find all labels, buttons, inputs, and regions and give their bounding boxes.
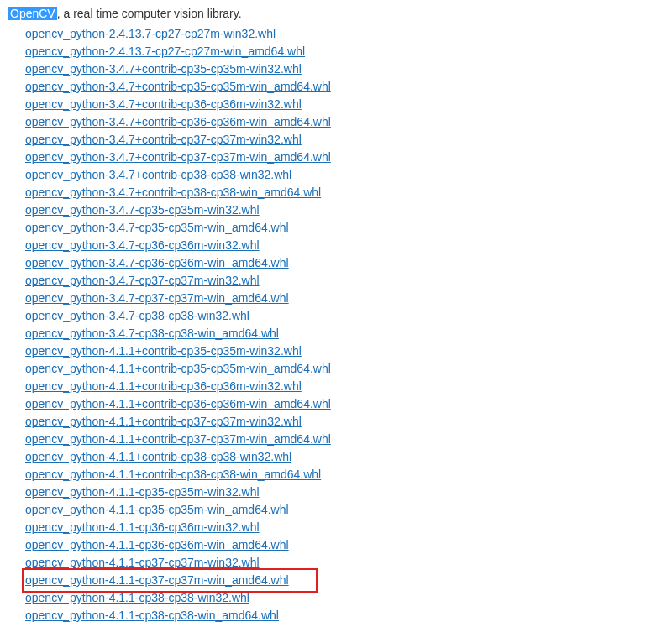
file-link[interactable]: opencv_python-3.4.7-cp38-cp38-win32.whl [25, 307, 249, 325]
file-link[interactable]: opencv_python-3.4.7-cp38-cp38-win_amd64.… [25, 325, 279, 342]
file-link[interactable]: opencv_python-4.1.1+contrib-cp37-cp37m-w… [25, 431, 331, 448]
file-list: opencv_python-2.4.13.7-cp27-cp27m-win32.… [25, 25, 664, 622]
file-link[interactable]: opencv_python-3.4.7+contrib-cp35-cp35m-w… [25, 78, 331, 96]
file-link[interactable]: opencv_python-3.4.7+contrib-cp37-cp37m-w… [25, 131, 302, 149]
file-link[interactable]: opencv_python-4.1.1-cp36-cp36m-win_amd64… [25, 536, 289, 554]
package-header: OpenCV, a real time computer vision libr… [8, 7, 664, 20]
file-link[interactable]: opencv_python-4.1.1-cp35-cp35m-win32.whl [25, 483, 260, 501]
file-link[interactable]: opencv_python-3.4.7+contrib-cp36-cp36m-w… [25, 113, 331, 131]
file-link[interactable]: opencv_python-4.1.1+contrib-cp36-cp36m-w… [25, 378, 302, 395]
file-link[interactable]: opencv_python-4.1.1+contrib-cp37-cp37m-w… [25, 413, 302, 431]
file-link[interactable]: opencv_python-4.1.1+contrib-cp35-cp35m-w… [25, 360, 331, 378]
file-link[interactable]: opencv_python-3.4.7+contrib-cp35-cp35m-w… [25, 60, 302, 78]
package-description: , a real time computer vision library. [57, 7, 242, 20]
file-link[interactable]: opencv_python-3.4.7-cp37-cp37m-win_amd64… [25, 290, 289, 307]
file-link[interactable]: opencv_python-4.1.1-cp37-cp37m-win_amd64… [25, 572, 314, 589]
file-link[interactable]: opencv_python-4.1.1+contrib-cp35-cp35m-w… [25, 342, 302, 360]
file-link[interactable]: opencv_python-4.1.1+contrib-cp38-cp38-wi… [25, 448, 291, 466]
file-link[interactable]: opencv_python-3.4.7-cp36-cp36m-win32.whl [25, 237, 260, 254]
file-link[interactable]: opencv_python-4.1.1+contrib-cp36-cp36m-w… [25, 395, 331, 413]
file-link[interactable]: opencv_python-3.4.7-cp36-cp36m-win_amd64… [25, 254, 289, 272]
file-link[interactable]: opencv_python-3.4.7-cp37-cp37m-win32.whl [25, 272, 260, 290]
file-link[interactable]: opencv_python-4.1.1-cp35-cp35m-win_amd64… [25, 501, 289, 519]
file-link[interactable]: opencv_python-3.4.7-cp35-cp35m-win32.whl [25, 201, 260, 219]
file-link[interactable]: opencv_python-4.1.1-cp38-cp38-win_amd64.… [25, 607, 279, 622]
file-link[interactable]: opencv_python-3.4.7-cp35-cp35m-win_amd64… [25, 219, 289, 237]
package-name: OpenCV [8, 7, 57, 20]
file-link[interactable]: opencv_python-2.4.13.7-cp27-cp27m-win32.… [25, 25, 276, 43]
file-link[interactable]: opencv_python-4.1.1+contrib-cp38-cp38-wi… [25, 466, 321, 483]
file-link[interactable]: opencv_python-4.1.1-cp36-cp36m-win32.whl [25, 519, 260, 536]
file-link[interactable]: opencv_python-2.4.13.7-cp27-cp27m-win_am… [25, 43, 305, 60]
file-link[interactable]: opencv_python-4.1.1-cp37-cp37m-win32.whl [25, 554, 260, 572]
file-link[interactable]: opencv_python-3.4.7+contrib-cp37-cp37m-w… [25, 149, 331, 166]
file-link[interactable]: opencv_python-3.4.7+contrib-cp38-cp38-wi… [25, 166, 291, 184]
file-link[interactable]: opencv_python-3.4.7+contrib-cp36-cp36m-w… [25, 96, 302, 113]
file-link[interactable]: opencv_python-3.4.7+contrib-cp38-cp38-wi… [25, 184, 321, 201]
file-link[interactable]: opencv_python-4.1.1-cp38-cp38-win32.whl [25, 589, 249, 607]
